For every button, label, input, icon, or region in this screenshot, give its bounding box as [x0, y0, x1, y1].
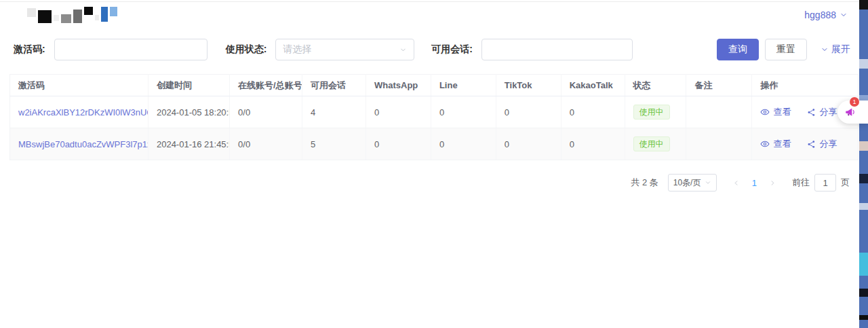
whatsapp-cell: 0	[366, 96, 431, 128]
screen-edge-artifact	[859, 0, 868, 328]
col-tiktok: TikTok	[496, 75, 561, 96]
account-menu[interactable]: hgg888	[804, 10, 848, 20]
usage-status-select[interactable]: 请选择	[275, 39, 414, 60]
goto-page-input[interactable]	[814, 174, 836, 192]
col-actions: 操作	[752, 75, 859, 96]
tiktok-cell: 0	[496, 128, 561, 160]
whatsapp-cell: 0	[366, 128, 431, 160]
share-button[interactable]: 分享	[807, 138, 837, 150]
app-logo	[27, 7, 117, 23]
eye-icon	[760, 107, 770, 117]
created-time-cell: 2024-01-16 21:45:59	[148, 128, 229, 160]
table-header-row: 激活码 创建时间 在线账号/总账号 可用会话 WhatsApp Line Tik…	[10, 75, 859, 96]
table-row: MBswjBe70adtu0acZvWPF3l7p1xqXgoG 2024-01…	[10, 128, 859, 160]
usage-status-label: 使用状态:	[226, 43, 267, 56]
filter-bar: 激活码: 使用状态: 请选择 可用会话: 查询 重置 展开	[0, 29, 868, 60]
status-badge: 使用中	[633, 105, 670, 120]
col-online-accounts: 在线账号/总账号	[230, 75, 302, 96]
sessions-cell: 4	[302, 96, 366, 128]
next-page-button[interactable]	[763, 179, 783, 187]
usage-status-placeholder: 请选择	[283, 43, 311, 56]
search-button[interactable]: 查询	[717, 39, 759, 60]
kakaotalk-cell: 0	[561, 96, 625, 128]
status-badge: 使用中	[633, 136, 670, 151]
share-icon	[807, 140, 816, 149]
filter-actions: 查询 重置 展开	[717, 39, 850, 60]
col-note: 备注	[686, 75, 752, 96]
col-line: Line	[431, 75, 496, 96]
chevron-down-icon	[821, 45, 829, 54]
chevron-down-icon	[399, 46, 407, 54]
sessions-label: 可用会话:	[431, 43, 473, 56]
prev-page-button[interactable]	[726, 179, 746, 187]
activation-code-link[interactable]: MBswjBe70adtu0acZvWPF3l7p1xqXgoG	[18, 139, 148, 149]
col-created-time: 创建时间	[148, 75, 229, 96]
announcement-button[interactable]: 1	[837, 101, 868, 124]
accounts-cell: 0/0	[230, 96, 302, 128]
chevron-down-icon	[840, 11, 848, 19]
accounts-cell: 0/0	[230, 128, 302, 160]
view-button[interactable]: 查看	[760, 106, 791, 118]
kakaotalk-cell: 0	[561, 128, 625, 160]
expand-toggle[interactable]: 展开	[821, 43, 850, 56]
topbar: hgg888	[0, 0, 868, 29]
tiktok-cell: 0	[496, 96, 561, 128]
note-cell	[686, 96, 752, 128]
note-cell	[686, 128, 752, 160]
expand-label: 展开	[831, 43, 850, 56]
view-label: 查看	[773, 106, 791, 118]
view-button[interactable]: 查看	[760, 138, 791, 150]
view-label: 查看	[773, 138, 791, 150]
page-size-select[interactable]: 10条/页	[668, 174, 717, 192]
pagination: 共 2 条 10条/页 1 前往 页	[0, 174, 850, 192]
sessions-input[interactable]	[481, 39, 633, 60]
line-cell: 0	[431, 96, 496, 128]
share-label: 分享	[819, 138, 837, 150]
activation-code-input[interactable]	[54, 39, 208, 60]
goto-label: 前往	[792, 177, 810, 189]
col-kakaotalk: KakaoTalk	[561, 75, 625, 96]
megaphone-icon	[844, 106, 856, 118]
chevron-down-icon	[705, 179, 711, 186]
top-hairline	[0, 1, 868, 2]
created-time-cell: 2024-01-05 18:20:57	[148, 96, 229, 128]
account-name: hgg888	[804, 10, 836, 20]
share-button[interactable]: 分享	[807, 106, 837, 118]
activation-codes-table: 激活码 创建时间 在线账号/总账号 可用会话 WhatsApp Line Tik…	[9, 74, 859, 160]
eye-icon	[760, 139, 770, 149]
page-unit-label: 页	[841, 177, 850, 189]
notification-badge: 1	[850, 97, 859, 107]
col-sessions: 可用会话	[302, 75, 366, 96]
share-icon	[807, 108, 816, 117]
page-size-value: 10条/页	[673, 177, 701, 189]
activation-code-link[interactable]: w2iAKrcaXlBY12rDKzWI0lW3nUCpB8OG	[18, 107, 148, 117]
share-label: 分享	[819, 106, 837, 118]
reset-button[interactable]: 重置	[765, 39, 807, 60]
col-status: 状态	[625, 75, 686, 96]
activation-code-label: 激活码:	[14, 43, 45, 56]
pagination-total: 共 2 条	[631, 177, 658, 189]
line-cell: 0	[431, 128, 496, 160]
sessions-cell: 5	[302, 128, 366, 160]
table-row: w2iAKrcaXlBY12rDKzWI0lW3nUCpB8OG 2024-01…	[10, 96, 859, 128]
page-number-1[interactable]: 1	[746, 178, 763, 188]
col-whatsapp: WhatsApp	[366, 75, 431, 96]
col-activation-code: 激活码	[10, 75, 149, 96]
